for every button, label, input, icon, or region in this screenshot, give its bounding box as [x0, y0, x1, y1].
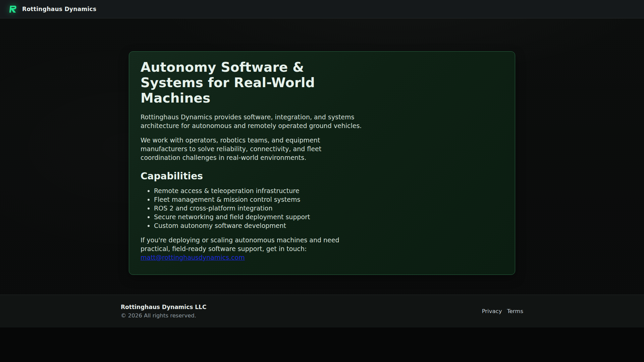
capabilities-list: Remote access & teleoperation infrastruc… — [141, 186, 362, 230]
footer-inner: Rottinghaus Dynamics LLC © 2026 All righ… — [121, 303, 523, 319]
contact-text: If you're deploying or scaling autonomou… — [141, 236, 339, 252]
intro-paragraph: Rottinghaus Dynamics provides software, … — [141, 113, 362, 130]
capability-item: Custom autonomy software development — [154, 221, 362, 230]
capability-item: Fleet management & mission control syste… — [154, 195, 362, 204]
capability-item: Secure networking and field deployment s… — [154, 213, 362, 221]
page: Rottinghaus Dynamics Autonomy Software &… — [0, 0, 644, 327]
footer-link-terms[interactable]: Terms — [507, 308, 523, 314]
brand-name: Rottinghaus Dynamics — [22, 6, 96, 12]
hero-card: Autonomy Software & Systems for Real-Wor… — [129, 51, 515, 275]
capabilities-heading: Capabilities — [141, 171, 362, 182]
contact-email-link[interactable]: matt@rottinghausdynamics.com — [141, 254, 245, 261]
hero-body: Rottinghaus Dynamics provides software, … — [141, 113, 362, 262]
footer-link-privacy[interactable]: Privacy — [482, 308, 502, 314]
body-paragraph: We work with operators, robotics teams, … — [141, 136, 362, 162]
footer-links: Privacy Terms — [482, 308, 523, 314]
capability-item: ROS 2 and cross-platform integration — [154, 204, 362, 213]
footer-copyright: © 2026 All rights reserved. — [121, 312, 206, 319]
below-page-background — [0, 327, 644, 362]
top-navbar: Rottinghaus Dynamics — [0, 0, 644, 18]
capability-item: Remote access & teleoperation infrastruc… — [154, 186, 362, 195]
hero-title: Autonomy Software & Systems for Real-Wor… — [141, 60, 335, 106]
footer-company-name: Rottinghaus Dynamics LLC — [121, 303, 206, 311]
page-footer: Rottinghaus Dynamics LLC © 2026 All righ… — [0, 295, 644, 327]
brand-logo-icon — [8, 4, 17, 14]
main-content: Autonomy Software & Systems for Real-Wor… — [0, 18, 644, 295]
footer-company-block: Rottinghaus Dynamics LLC © 2026 All righ… — [121, 303, 206, 319]
brand[interactable]: Rottinghaus Dynamics — [8, 4, 96, 14]
contact-paragraph: If you're deploying or scaling autonomou… — [141, 236, 362, 262]
